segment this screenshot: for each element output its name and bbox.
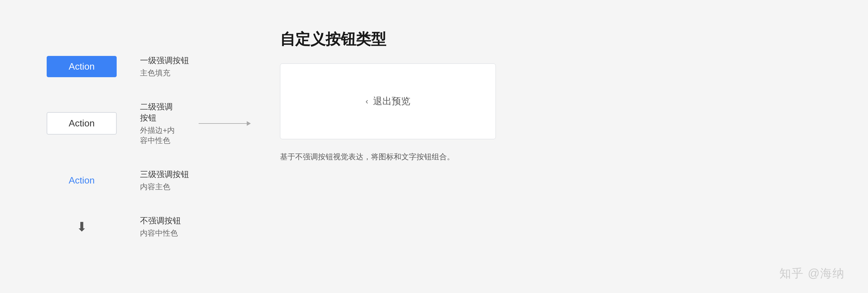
preview-box: ‹ 退出预览 — [280, 64, 496, 139]
exit-preview-button[interactable]: ‹ 退出预览 — [366, 95, 410, 108]
primary-button-row: Action 一级强调按钮 主色填充 — [46, 55, 251, 78]
arrow-indicator — [198, 121, 251, 126]
download-icon: ⬇ — [46, 219, 117, 234]
icon-desc-sub: 内容中性色 — [140, 228, 181, 238]
secondary-desc-title: 二级强调按钮 — [140, 101, 175, 123]
tertiary-button-row: Action 三级强调按钮 内容主色 — [46, 169, 251, 192]
secondary-action-button[interactable]: Action — [46, 112, 117, 135]
tertiary-action-button[interactable]: Action — [46, 170, 117, 191]
left-panel: Action 一级强调按钮 主色填充 Action 二级强调按钮 外描边+内容中… — [46, 38, 251, 256]
secondary-desc-sub: 外描边+内容中性色 — [140, 125, 175, 146]
icon-description: 不强调按钮 内容中性色 — [140, 215, 181, 238]
arrow-line — [198, 123, 247, 124]
secondary-description: 二级强调按钮 外描边+内容中性色 — [140, 101, 175, 146]
exit-preview-label: 退出预览 — [373, 95, 410, 108]
main-container: Action 一级强调按钮 主色填充 Action 二级强调按钮 外描边+内容中… — [0, 0, 868, 293]
chevron-left-icon: ‹ — [366, 97, 368, 106]
tertiary-desc-title: 三级强调按钮 — [140, 169, 189, 180]
primary-desc-title: 一级强调按钮 — [140, 55, 189, 66]
secondary-arrow-area: Action 二级强调按钮 外描边+内容中性色 — [46, 101, 251, 146]
secondary-button-row: Action 二级强调按钮 外描边+内容中性色 — [46, 101, 175, 146]
tertiary-description: 三级强调按钮 内容主色 — [140, 169, 189, 192]
right-panel-title: 自定义按钮类型 — [280, 29, 822, 49]
secondary-button-section: Action 二级强调按钮 外描边+内容中性色 — [46, 101, 251, 146]
watermark: 知乎 @海纳 — [779, 265, 845, 281]
right-panel-description: 基于不强调按钮视觉表达，将图标和文字按钮组合。 — [280, 151, 490, 163]
primary-desc-sub: 主色填充 — [140, 68, 189, 78]
primary-description: 一级强调按钮 主色填充 — [140, 55, 189, 78]
tertiary-desc-sub: 内容主色 — [140, 182, 189, 192]
icon-desc-title: 不强调按钮 — [140, 215, 181, 226]
icon-button-row: ⬇ 不强调按钮 内容中性色 — [46, 215, 251, 238]
right-panel: 自定义按钮类型 ‹ 退出预览 基于不强调按钮视觉表达，将图标和文字按钮组合。 — [251, 17, 822, 175]
arrow-head — [247, 121, 251, 126]
primary-action-button[interactable]: Action — [46, 56, 117, 77]
